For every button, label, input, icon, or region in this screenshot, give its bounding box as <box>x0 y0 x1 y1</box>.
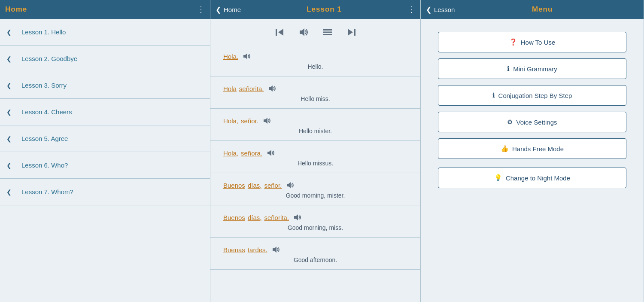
right-back-button[interactable]: ❮ Lesson <box>426 6 455 14</box>
lesson-label-5: Lesson 5. Agree <box>21 135 68 142</box>
lesson-chevron-7: ❮ <box>6 189 12 195</box>
phrase-spanish-text-4: Buenos días, señor. <box>223 182 282 189</box>
phrase-block-6: Buenas tardes. Good afternoon. <box>210 238 420 270</box>
menu-button-conjugation[interactable]: ℹConjugation Step By Step <box>438 85 626 106</box>
menu-button-voice-settings[interactable]: ⚙Voice Settings <box>438 112 626 132</box>
middle-content: Hola. Hello. Hola señorita. <box>210 19 420 302</box>
lesson-item-3[interactable]: ❮ Lesson 3. Sorry <box>0 72 210 99</box>
lesson-chevron-4: ❮ <box>6 109 12 116</box>
phrase-word[interactable]: señor. <box>241 117 258 125</box>
phrase-word[interactable]: señorita. <box>239 85 264 92</box>
phrase-word[interactable]: Buenos <box>223 214 245 221</box>
phrase-line-4: Buenos días, señor. <box>223 181 407 189</box>
menu-icon-how-to-use: ❓ <box>509 38 517 46</box>
lesson-label-2: Lesson 2. Goodbye <box>21 55 77 62</box>
skip-back-button[interactable] <box>274 27 285 38</box>
phrase-spanish-text-5: Buenos días, señorita. <box>223 214 289 221</box>
svg-marker-9 <box>269 85 273 92</box>
middle-header: ❮ Home Lesson 1 ⋮ <box>210 0 420 19</box>
phrase-english-1: Hello miss. <box>223 95 407 102</box>
phrase-sound-button-6[interactable] <box>272 245 280 254</box>
middle-lesson-title: Lesson 1 <box>307 5 342 14</box>
phrase-english-5: Good morning, miss. <box>223 224 407 231</box>
lesson-item-7[interactable]: ❮ Lesson 7. Whom? <box>0 179 210 205</box>
menu-icon-hands-free: 👍 <box>501 145 509 153</box>
lesson-chevron-3: ❮ <box>6 82 12 89</box>
phrase-line-5: Buenos días, señorita. <box>223 213 407 222</box>
phrase-word[interactable]: señora. <box>241 149 262 157</box>
phrase-word[interactable]: Hola. <box>223 53 238 60</box>
sound-icon-1 <box>268 84 276 93</box>
lesson-chevron-1: ❮ <box>6 29 12 36</box>
right-header: ❮ Lesson Menu <box>421 0 644 19</box>
lesson-label-6: Lesson 6. Who? <box>21 162 68 169</box>
middle-toolbar <box>210 19 420 44</box>
lesson-item-2[interactable]: ❮ Lesson 2. Goodbye <box>0 46 210 72</box>
phrase-english-4: Good morning, mister. <box>223 192 407 199</box>
middle-back-chevron: ❮ <box>216 6 221 14</box>
phrase-sound-button-1[interactable] <box>268 84 276 93</box>
phrase-sound-button-0[interactable] <box>243 52 251 61</box>
phrase-word[interactable]: Hola <box>223 85 237 92</box>
phrase-word[interactable]: Buenas <box>223 246 245 253</box>
phrase-line-3: Hola, señora. <box>223 149 407 157</box>
right-back-label: Lesson <box>434 6 455 13</box>
lesson-label-7: Lesson 7. Whom? <box>21 188 73 195</box>
phrase-sound-button-2[interactable] <box>263 116 271 125</box>
sound-icon-6 <box>272 245 280 254</box>
left-panel: Home ⋮ ❮ Lesson 1. Hello ❮ Lesson 2. Goo… <box>0 0 210 302</box>
phrase-block-1: Hola señorita. Hello miss. <box>210 76 420 109</box>
sound-toggle-button[interactable] <box>298 27 309 38</box>
sound-icon-3 <box>267 149 275 157</box>
phrase-word[interactable]: Buenos <box>223 182 245 189</box>
phrase-word[interactable]: señor. <box>264 182 282 189</box>
phrase-block-3: Hola, señora. Hello missus. <box>210 141 420 173</box>
left-header: Home ⋮ <box>0 0 210 19</box>
middle-header-menu-icon[interactable]: ⋮ <box>407 5 415 14</box>
skip-forward-button[interactable] <box>346 27 357 38</box>
phrase-sound-button-5[interactable] <box>293 213 302 222</box>
phrase-word[interactable]: señorita. <box>264 214 289 221</box>
sound-icon-5 <box>293 213 302 222</box>
lesson-item-6[interactable]: ❮ Lesson 6. Who? <box>0 152 210 179</box>
svg-marker-2 <box>300 28 304 36</box>
lesson-item-1[interactable]: ❮ Lesson 1. Hello <box>0 19 210 46</box>
svg-marker-7 <box>348 29 353 36</box>
menu-icon-mini-grammary: ℹ <box>507 65 510 73</box>
list-view-button[interactable] <box>322 27 333 38</box>
menu-button-hands-free[interactable]: 👍Hands Free Mode <box>438 138 626 159</box>
sound-icon-0 <box>243 52 251 61</box>
left-header-menu-icon[interactable]: ⋮ <box>197 5 205 14</box>
lesson-chevron-2: ❮ <box>6 55 12 62</box>
phrase-sound-button-4[interactable] <box>286 181 295 189</box>
lesson-label-1: Lesson 1. Hello <box>21 28 66 36</box>
svg-marker-1 <box>278 29 283 36</box>
phrase-word[interactable]: días, <box>248 182 262 189</box>
lesson-label-3: Lesson 3. Sorry <box>21 82 67 89</box>
left-header-title: Home <box>5 5 27 14</box>
phrase-word[interactable]: Hola, <box>223 149 238 157</box>
phrase-block-0: Hola. Hello. <box>210 44 420 76</box>
phrase-word[interactable]: Hola, <box>223 117 238 125</box>
night-mode-button[interactable]: 💡Change to Night Mode <box>438 168 626 188</box>
svg-marker-12 <box>287 182 291 188</box>
sound-icon-4 <box>286 181 295 189</box>
phrase-word[interactable]: días, <box>248 214 262 221</box>
right-menu-section: ❓How To UseℹMini GrammaryℹConjugation St… <box>421 19 644 207</box>
skip-back-icon <box>274 27 285 38</box>
menu-label-how-to-use: How To Use <box>521 39 556 46</box>
skip-forward-icon <box>346 27 357 38</box>
right-back-chevron: ❮ <box>426 6 431 14</box>
phrase-sound-button-3[interactable] <box>267 149 275 157</box>
lesson-item-5[interactable]: ❮ Lesson 5. Agree <box>0 125 210 152</box>
lesson-item-4[interactable]: ❮ Lesson 4. Cheers <box>0 99 210 125</box>
phrase-word[interactable]: tardes. <box>248 246 267 253</box>
menu-button-how-to-use[interactable]: ❓How To Use <box>438 32 626 52</box>
svg-rect-6 <box>354 29 355 36</box>
phrase-block-4: Buenos días, señor. Good morning, mister… <box>210 173 420 205</box>
phrase-line-1: Hola señorita. <box>223 84 407 93</box>
menu-button-mini-grammary[interactable]: ℹMini Grammary <box>438 58 626 79</box>
middle-back-button[interactable]: ❮ Home <box>216 6 241 14</box>
speaker-icon <box>298 27 309 38</box>
svg-marker-11 <box>267 150 271 156</box>
